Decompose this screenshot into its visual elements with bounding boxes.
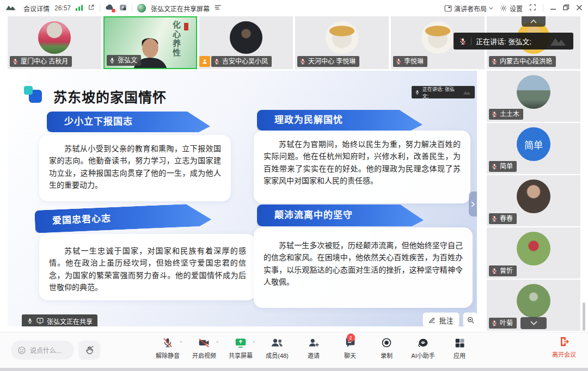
chat-input-placeholder: 说点什么... (30, 345, 62, 355)
chevron-up-icon[interactable]: ⌃ (215, 341, 219, 346)
meeting-security-icon[interactable] (119, 4, 127, 13)
section-heading-1: 少小立下报国志 (47, 112, 210, 132)
mic-muted-icon (459, 38, 467, 45)
slide-logo-icon (24, 86, 46, 107)
sidebar-scrollbar[interactable] (583, 302, 585, 331)
mic-muted-icon (213, 58, 220, 65)
mic-muted-icon (491, 268, 498, 274)
zoom-in-button[interactable] (463, 312, 477, 326)
speaking-now-tooltip: 正在讲话: 张弘文; (454, 33, 573, 50)
raise-hand-icon (84, 345, 95, 355)
members-icon (271, 337, 284, 348)
fullscreen-button[interactable] (529, 4, 536, 13)
leave-door-icon (559, 336, 569, 347)
slide-speaking-badge: 正在讲话: 张弘文; (412, 86, 475, 98)
participant-sidebar: 土土木 简单 简单 春春 曾忻 叶菊 (487, 71, 580, 332)
invite-button[interactable]: 邀请 (301, 336, 327, 360)
participant-label: 叶菊 (489, 318, 517, 329)
chat-input[interactable]: 说点什么... (11, 341, 74, 360)
video-tile-tutumu[interactable]: 土土木 (487, 71, 580, 122)
share-detail-icon[interactable] (215, 4, 222, 12)
mic-muted-icon (491, 58, 498, 65)
signal-strength-icon (76, 4, 83, 13)
camera-muted-icon (198, 337, 210, 348)
section-body-4: 苏轼一生多次被贬，历经颠沛流离，但他始终坚守自己的信念和家风。在困境中，他依然关… (254, 227, 473, 308)
chevron-down-icon (530, 321, 537, 325)
mic-active-icon (109, 57, 115, 64)
chevron-up-icon[interactable]: ⌃ (252, 341, 256, 346)
meeting-toolbar: 说点什么... ⌃ 解除静音 ⌃ 开启视频 ⌃ 共享 (0, 332, 588, 367)
video-tile-guqiuyue[interactable]: 厦门中心 古秋月 (8, 16, 101, 69)
section-heading-2: 理政为民解国忧 (257, 110, 422, 131)
avatar (326, 21, 358, 54)
video-tile-wuxiaofeng[interactable]: 吉安中心吴小凤 (199, 16, 293, 69)
video-tile-jiandan[interactable]: 简单 简单 (487, 123, 580, 174)
minimize-button[interactable] (550, 4, 556, 13)
mic-muted-icon (491, 163, 498, 170)
magnifier-plus-icon (467, 316, 475, 324)
mic-muted-icon (162, 337, 173, 348)
start-video-button[interactable]: ⌃ 开启视频 (191, 336, 217, 360)
panel-expand-handle[interactable] (469, 191, 477, 217)
participant-label: 曾忻 (489, 265, 517, 276)
unmute-button[interactable]: ⌃ 解除静音 (155, 336, 181, 360)
layout-switch-button[interactable]: 演讲者布局 (444, 4, 493, 13)
leave-meeting-button[interactable]: 离开会议 (552, 336, 576, 358)
section-body-1: 苏轼从小受到父亲的教育和熏陶，立下报效国家的志向。他勤奋读书，努力学习，立志为国… (39, 135, 231, 201)
participant-label: 土土木 (489, 109, 523, 120)
participant-label: 厦门中心 古秋月 (10, 56, 72, 67)
collapse-strip-button[interactable] (522, 16, 546, 27)
video-tile-zhanghongwen[interactable]: 化心养性 张弘文 (103, 16, 197, 69)
gear-icon (500, 4, 507, 12)
popout-icon[interactable] (88, 4, 95, 13)
chevron-up-icon[interactable]: ⌃ (179, 341, 183, 346)
video-tile-chunchun[interactable]: 春春 (487, 175, 580, 226)
sharer-avatar (137, 4, 146, 13)
meeting-details-button[interactable]: 会议详情 (23, 4, 50, 13)
chat-unread-badge: 2 (347, 333, 355, 342)
sharer-indicator-badge: 张弘文正在共享 (22, 314, 97, 326)
apps-grid-icon (455, 338, 465, 348)
chevron-down-icon (489, 7, 493, 10)
record-button[interactable]: 录制 (373, 336, 400, 360)
mic-icon (27, 318, 33, 324)
smiley-icon (17, 346, 26, 355)
share-screen-button[interactable]: ⌃ 共享屏幕 (228, 336, 254, 360)
participant-label: 吉安中心吴小凤 (211, 56, 272, 67)
participant-label: 春春 (489, 213, 517, 224)
annotate-button[interactable]: 批注 (422, 312, 460, 326)
scroll-down-button[interactable] (520, 317, 547, 329)
video-tile-zengxin[interactable]: 曾忻 (487, 227, 580, 279)
pen-icon (428, 316, 436, 324)
host-badge-icon (199, 56, 210, 67)
participant-label: 简单 (489, 161, 517, 172)
invite-person-icon (308, 337, 320, 348)
speaking-now-text: 正在讲话: 张弘文; (476, 36, 531, 46)
mic-muted-icon (491, 215, 498, 222)
cloud-record-icon[interactable] (105, 4, 114, 13)
record-icon (381, 337, 392, 348)
raise-hand-button[interactable] (78, 341, 100, 360)
participant-label: 天河中心 李悦琳 (297, 56, 359, 67)
ai-assistant-button[interactable]: AI小助手 (410, 336, 436, 360)
avatar (421, 21, 454, 54)
close-button[interactable] (576, 4, 583, 13)
watermark-logo-icon (549, 36, 568, 47)
apps-button[interactable]: 应用 (446, 336, 473, 360)
mic-muted-icon (491, 320, 498, 326)
mic-icon (415, 90, 420, 95)
participant-label: 李悦琳 (393, 56, 427, 67)
restore-button[interactable] (563, 4, 569, 13)
seal-decoration (184, 23, 188, 30)
section-heading-4: 颠沛流离中的坚守 (257, 205, 424, 226)
watermark-logo-icon (463, 90, 471, 95)
settings-button[interactable]: 设置 (500, 4, 523, 13)
avatar (230, 21, 262, 54)
mic-muted-icon (12, 58, 19, 65)
chat-button[interactable]: 2 聊天 (337, 336, 363, 360)
taskbar-sliver (0, 368, 588, 371)
slide-title: 苏东坡的家国情怀 (53, 86, 167, 106)
members-button[interactable]: 成员(48) (264, 336, 290, 360)
video-tile-liyuelin-tianhe[interactable]: 天河中心 李悦琳 (295, 16, 389, 69)
video-tile-yeju[interactable]: 叶菊 (487, 280, 580, 331)
